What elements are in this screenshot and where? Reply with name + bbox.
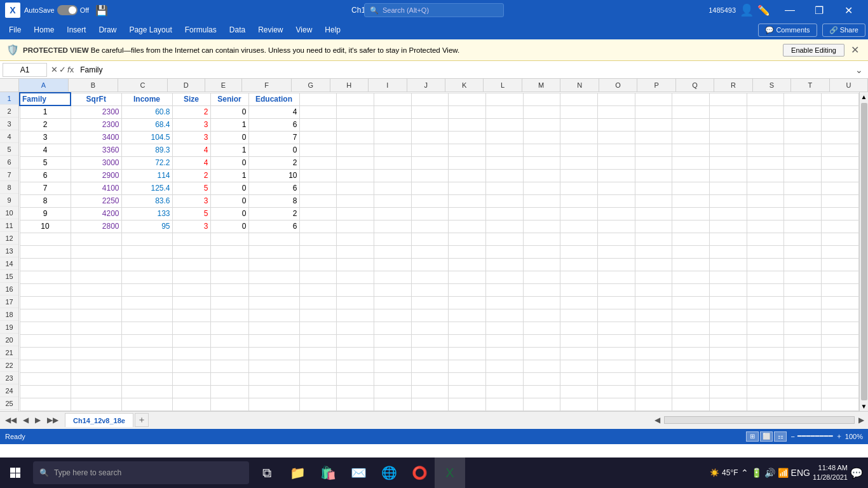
row-num-25[interactable]: 25: [0, 397, 18, 410]
save-icon[interactable]: 💾: [95, 4, 108, 17]
table-row[interactable]: [20, 322, 859, 334]
scroll-up-arrow[interactable]: ▲: [860, 92, 868, 102]
chevron-up-icon[interactable]: ⌃: [741, 468, 749, 478]
language-label[interactable]: ENG: [791, 468, 810, 478]
menu-page-layout[interactable]: Page Layout: [123, 23, 178, 37]
formula-expand-icon[interactable]: ⌄: [853, 65, 865, 75]
row-num-19[interactable]: 19: [0, 321, 18, 334]
formula-cancel-icon[interactable]: ✕: [51, 65, 58, 74]
spreadsheet-grid[interactable]: FamilySqrFtIncomeSizeSeniorEducation1230…: [19, 92, 859, 411]
pen-icon[interactable]: ✏️: [757, 4, 770, 17]
autosave-toggle[interactable]: [57, 5, 78, 15]
table-row[interactable]: [20, 398, 859, 410]
scroll-down-arrow[interactable]: ▼: [860, 402, 868, 411]
scroll-left-arrow[interactable]: ◀: [653, 414, 661, 426]
row-num-13[interactable]: 13: [0, 245, 18, 257]
row-num-4[interactable]: 4: [0, 130, 18, 143]
normal-view-btn[interactable]: ⊞: [746, 431, 759, 442]
mail-btn[interactable]: ✉️: [343, 458, 374, 488]
table-row[interactable]: [20, 245, 859, 258]
menu-formulas[interactable]: Formulas: [179, 23, 223, 37]
menu-file[interactable]: File: [3, 23, 27, 37]
row-num-22[interactable]: 22: [0, 359, 18, 372]
file-explorer-btn[interactable]: 📁: [282, 458, 313, 488]
menu-view[interactable]: View: [290, 23, 319, 37]
system-clock[interactable]: 11:48 AM 11/28/2021: [813, 463, 848, 483]
next-sheet-btn[interactable]: ▶: [32, 414, 43, 426]
row-num-14[interactable]: 14: [0, 257, 18, 270]
col-header-l[interactable]: L: [484, 79, 522, 92]
table-row[interactable]: 10280095306: [20, 220, 859, 233]
col-header-f[interactable]: F: [242, 79, 292, 92]
table-row[interactable]: 629001142110: [20, 169, 859, 182]
last-sheet-btn[interactable]: ▶▶: [44, 414, 61, 426]
start-button[interactable]: [0, 458, 31, 488]
menu-help[interactable]: Help: [318, 23, 347, 37]
col-header-g[interactable]: G: [292, 79, 330, 92]
page-layout-view-btn[interactable]: ⬜: [760, 431, 773, 442]
table-row[interactable]: [20, 347, 859, 360]
row-num-9[interactable]: 9: [0, 194, 18, 207]
row-num-18[interactable]: 18: [0, 308, 18, 321]
row-num-8[interactable]: 8: [0, 181, 18, 194]
page-break-view-btn[interactable]: ⚏: [774, 431, 787, 442]
col-header-u[interactable]: U: [830, 79, 868, 92]
col-header-r[interactable]: R: [714, 79, 752, 92]
table-row[interactable]: [20, 334, 859, 347]
table-row[interactable]: [20, 296, 859, 309]
col-header-b[interactable]: B: [69, 79, 118, 92]
edge-btn[interactable]: 🌐: [374, 458, 404, 488]
user-icon[interactable]: 👤: [740, 3, 754, 17]
formula-fx-icon[interactable]: fx: [67, 65, 74, 74]
taskbar-search[interactable]: 🔍 Type here to search: [33, 461, 249, 484]
close-button[interactable]: ✕: [834, 0, 863, 20]
row-num-20[interactable]: 20: [0, 334, 18, 346]
excel-taskbar-btn[interactable]: X: [435, 458, 465, 488]
table-row[interactable]: 74100125.4506: [20, 182, 859, 194]
table-row[interactable]: [20, 360, 859, 372]
battery-icon[interactable]: 🔋: [751, 468, 762, 478]
row-num-17[interactable]: 17: [0, 295, 18, 308]
col-header-q[interactable]: Q: [676, 79, 714, 92]
row-num-3[interactable]: 3: [0, 118, 18, 130]
col-header-j[interactable]: J: [407, 79, 445, 92]
row-num-1[interactable]: 1: [0, 92, 18, 105]
col-header-i[interactable]: I: [369, 79, 407, 92]
col-header-k[interactable]: K: [445, 79, 484, 92]
cell-reference-input[interactable]: [3, 63, 47, 77]
col-header-o[interactable]: O: [599, 79, 637, 92]
zoom-out-btn[interactable]: −: [790, 433, 794, 440]
task-view-btn[interactable]: ⧉: [252, 458, 282, 488]
table-row[interactable]: [20, 233, 859, 245]
table-row[interactable]: [20, 372, 859, 385]
comments-button[interactable]: 💬 Comments: [758, 24, 817, 37]
table-row[interactable]: [20, 309, 859, 322]
table-row[interactable]: 5300072.2402: [20, 156, 859, 169]
menu-review[interactable]: Review: [252, 23, 289, 37]
microsoft-store-btn[interactable]: 🛍️: [313, 458, 343, 488]
wifi-icon[interactable]: 📶: [778, 468, 789, 478]
zoom-slider[interactable]: ━━━━━━━━: [797, 432, 833, 440]
enable-editing-button[interactable]: Enable Editing: [783, 44, 844, 57]
col-header-p[interactable]: P: [637, 79, 675, 92]
row-num-12[interactable]: 12: [0, 232, 18, 245]
add-sheet-button[interactable]: ＋: [135, 413, 149, 427]
table-row[interactable]: 8225083.6308: [20, 194, 859, 207]
minimize-button[interactable]: —: [775, 0, 804, 20]
speaker-icon[interactable]: 🔊: [764, 468, 775, 478]
row-num-10[interactable]: 10: [0, 207, 18, 219]
sheet-tab-main[interactable]: Ch14_12v8_18e: [65, 413, 133, 427]
close-banner-button[interactable]: ✕: [848, 44, 862, 56]
col-header-n[interactable]: N: [560, 79, 599, 92]
share-button[interactable]: 🔗 Share: [822, 24, 865, 37]
col-header-d[interactable]: D: [168, 79, 205, 92]
row-num-11[interactable]: 11: [0, 219, 18, 232]
col-header-m[interactable]: M: [522, 79, 560, 92]
row-num-5[interactable]: 5: [0, 143, 18, 156]
row-num-24[interactable]: 24: [0, 384, 18, 397]
restore-button[interactable]: ❐: [804, 0, 834, 20]
table-row[interactable]: 2230068.4316: [20, 118, 859, 131]
table-row[interactable]: [20, 258, 859, 271]
table-row[interactable]: 1230060.8204: [20, 105, 859, 118]
title-search-box[interactable]: 🔍 Search (Alt+Q): [364, 3, 504, 17]
